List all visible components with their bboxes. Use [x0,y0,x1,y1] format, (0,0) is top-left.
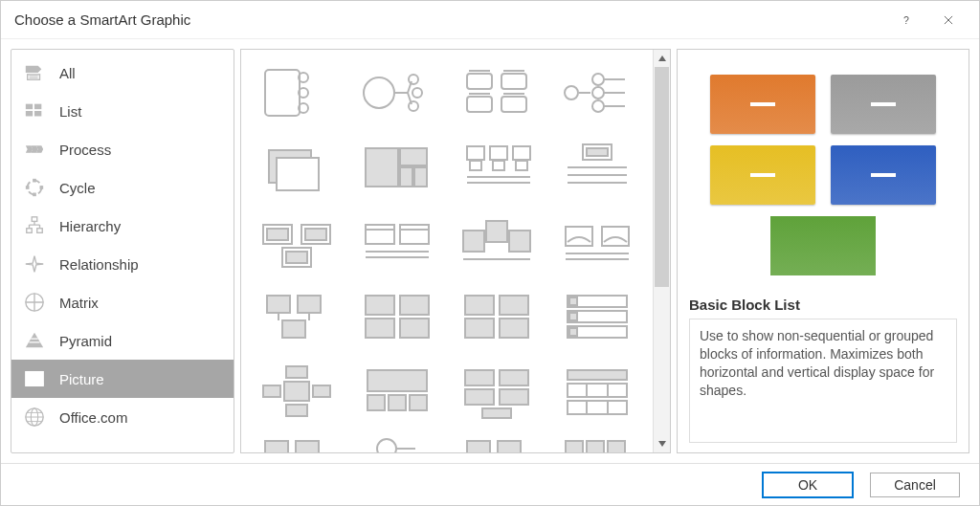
scroll-track[interactable] [654,67,670,435]
cancel-button[interactable]: Cancel [870,473,960,497]
svg-rect-19 [32,217,37,222]
sidebar-item-cycle[interactable]: Cycle [11,168,234,207]
sidebar-item-relationship[interactable]: Relationship [11,245,234,283]
scroll-down-button[interactable] [654,435,670,452]
preview-description: Use to show non-sequential or grouped bl… [689,319,957,443]
help-button[interactable]: ? [885,6,927,34]
svg-rect-116 [465,296,494,315]
smartart-thumbnail[interactable] [351,132,444,203]
scroll-thumb[interactable] [655,67,669,287]
sidebar-item-label: List [59,103,81,120]
preview-block [770,216,876,275]
svg-rect-17 [26,186,30,189]
svg-rect-101 [509,231,530,252]
svg-rect-15 [33,179,36,183]
smartart-thumbnail[interactable] [251,356,344,427]
smartart-thumbnail[interactable] [451,207,544,277]
svg-rect-90 [305,229,326,240]
smartart-thumbnail[interactable] [451,57,544,128]
all-icon [23,61,46,84]
smartart-thumbnail[interactable] [251,281,344,352]
preview-block-row [710,216,936,275]
smartart-thumbnail[interactable] [351,356,444,427]
ok-button[interactable]: OK [763,473,853,497]
svg-rect-41 [265,70,300,116]
svg-rect-118 [465,319,494,338]
svg-rect-4 [28,75,40,80]
svg-rect-69 [277,158,319,190]
smartart-thumbnail[interactable] [251,430,344,452]
svg-rect-136 [500,370,528,385]
svg-rect-138 [500,389,528,405]
svg-rect-131 [368,370,427,391]
smartart-thumbnail[interactable] [351,207,444,277]
hierarchy-icon [23,214,46,237]
close-button[interactable] [927,6,969,34]
smartart-thumbnail[interactable] [351,430,444,452]
scroll-up-button[interactable] [654,50,670,67]
svg-rect-78 [513,146,530,160]
svg-point-60 [565,86,578,99]
sidebar-item-list[interactable]: List [11,92,234,130]
svg-rect-72 [400,167,412,187]
preview-title: Basic Block List [689,297,957,313]
cycle-icon [23,176,46,199]
svg-point-14 [28,181,42,195]
svg-rect-153 [566,441,583,452]
svg-rect-137 [465,389,494,405]
smartart-thumbnail[interactable] [551,57,644,128]
smartart-thumbnail[interactable] [551,207,644,277]
svg-rect-108 [298,296,321,313]
svg-rect-16 [40,186,44,189]
smartart-thumbnail[interactable] [451,356,544,427]
svg-rect-99 [463,231,484,252]
svg-rect-154 [587,441,604,452]
svg-rect-20 [27,229,33,233]
smartart-thumbnail[interactable] [351,57,444,128]
svg-text:?: ? [903,13,909,25]
gallery-scrollbar[interactable] [653,50,670,452]
svg-rect-128 [313,385,330,397]
smartart-thumbnail[interactable] [551,356,644,427]
smartart-thumbnail[interactable] [551,430,644,452]
sidebar-item-pyramid[interactable]: Pyramid [11,321,234,360]
category-sidebar: All List Process Cycle Hierarchy Relatio… [11,49,234,453]
svg-rect-100 [486,221,507,242]
titlebar: Choose a SmartArt Graphic ? [1,1,979,39]
svg-rect-140 [568,370,627,380]
sidebar-item-label: Office.com [59,409,127,426]
smartart-thumbnail[interactable] [251,57,344,128]
svg-rect-133 [389,395,406,410]
svg-rect-127 [263,385,280,397]
svg-rect-124 [569,313,577,320]
svg-rect-117 [500,296,528,315]
sidebar-item-matrix[interactable]: Matrix [11,283,234,321]
smartart-gallery [241,50,653,452]
svg-point-48 [412,88,422,98]
svg-rect-77 [493,161,504,170]
smartart-thumbnail[interactable] [451,281,544,352]
sidebar-item-process[interactable]: Process [11,130,234,168]
svg-rect-123 [569,297,577,305]
svg-rect-21 [37,229,43,233]
dialog-footer: OK Cancel [1,463,979,505]
sidebar-item-hierarchy[interactable]: Hierarchy [11,207,234,245]
svg-rect-52 [467,74,492,89]
smartart-thumbnail[interactable] [551,281,644,352]
sidebar-item-officecom[interactable]: Office.com [11,398,234,436]
smartart-thumbnail[interactable] [551,132,644,203]
sidebar-item-label: Picture [59,371,104,387]
button-label: OK [798,477,817,493]
svg-rect-139 [482,408,511,418]
sidebar-item-picture[interactable]: Picture [11,360,234,398]
smartart-thumbnail[interactable] [451,430,544,452]
matrix-icon [23,291,46,314]
smartart-thumbnail[interactable] [251,132,344,203]
svg-rect-79 [516,161,527,170]
svg-marker-157 [658,441,666,447]
smartart-thumbnail[interactable] [251,207,344,277]
smartart-thumbnail[interactable] [351,281,444,352]
svg-rect-8 [34,104,41,110]
sidebar-item-all[interactable]: All [11,54,234,92]
smartart-thumbnail[interactable] [451,132,544,203]
